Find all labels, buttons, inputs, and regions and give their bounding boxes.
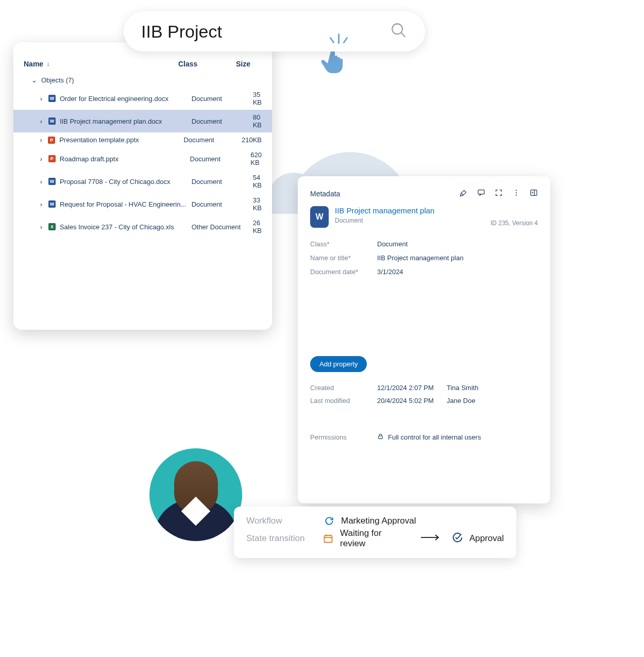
search-bar[interactable]: IIB Project	[124, 11, 425, 52]
lock-icon	[377, 433, 384, 441]
pin-icon[interactable]	[460, 189, 468, 199]
chevron-down-icon: ⌄	[31, 76, 37, 84]
chevron-right-icon: ›	[38, 95, 44, 103]
word-file-icon: W	[48, 178, 56, 185]
file-name: Roadmap draft.pptx	[60, 155, 186, 163]
refresh-icon	[324, 516, 335, 526]
file-size: 620 KB	[250, 151, 262, 166]
file-list-header: Name ↓ Class Size	[13, 54, 272, 73]
doc-id-version: ID 235, Version 4	[490, 220, 538, 228]
chevron-right-icon: ›	[38, 155, 44, 163]
file-class: Document	[190, 155, 247, 163]
file-row[interactable]: ›PRoadmap draft.pptxDocument620 KB	[13, 147, 272, 170]
word-doc-icon: W	[310, 206, 329, 228]
svg-line-1	[401, 32, 405, 37]
file-group-row[interactable]: ⌄ Objects (7)	[13, 73, 272, 87]
file-row[interactable]: ›WProposal 7708 - City of Chicago.docxDo…	[13, 170, 272, 193]
audit-created: Created 12/1/2024 2:07 PM Tina Smith	[310, 381, 538, 394]
file-class: Document	[192, 117, 249, 125]
ppt-file-icon: P	[48, 137, 55, 144]
file-row[interactable]: ›WOrder for Electrical engineering.docxD…	[13, 87, 272, 110]
ppt-file-icon: P	[48, 155, 56, 162]
svg-rect-2	[478, 190, 484, 194]
permissions-row[interactable]: Permissions Full control for all interna…	[310, 433, 538, 441]
search-icon[interactable]	[390, 22, 408, 41]
xls-file-icon: X	[48, 223, 56, 230]
svg-rect-9	[325, 535, 332, 542]
file-size: 35 KB	[253, 91, 262, 106]
metadata-panel: Metadata W IIB Project management plan D…	[298, 176, 550, 503]
metadata-panel-title: Metadata	[310, 190, 340, 198]
svg-rect-8	[379, 436, 383, 439]
calendar-icon	[323, 533, 334, 544]
comment-icon[interactable]	[477, 189, 485, 199]
file-row[interactable]: ›WRequest for Proposal - HVAC Engineerin…	[13, 193, 272, 215]
file-class: Document	[192, 178, 249, 186]
workflow-row: Workflow Marketing Approval	[246, 516, 504, 526]
chevron-right-icon: ›	[38, 178, 44, 186]
file-name: Order for Electrical engineering.docx	[60, 95, 188, 103]
field-date[interactable]: Document date* 3/1/2024	[310, 265, 538, 279]
file-row[interactable]: ›PPresentation template.pptxDocument210K…	[13, 132, 272, 147]
collapse-panel-icon[interactable]	[530, 189, 538, 199]
file-row[interactable]: ›WIIB Project management plan.docxDocume…	[13, 110, 272, 132]
file-name: Presentation template.pptx	[59, 136, 179, 144]
chevron-right-icon: ›	[38, 223, 44, 231]
chevron-right-icon: ›	[38, 117, 44, 125]
word-file-icon: W	[48, 200, 56, 208]
fullscreen-icon[interactable]	[495, 189, 503, 199]
svg-point-4	[516, 192, 517, 193]
avatar	[149, 448, 242, 541]
doc-type-label: Document	[335, 217, 434, 224]
file-row[interactable]: ›XSales Invoice 237 - City of Chicago.xl…	[13, 215, 272, 238]
doc-title[interactable]: IIB Project management plan	[335, 206, 434, 215]
file-class: Document	[192, 200, 249, 208]
click-burst-icon	[323, 19, 354, 44]
arrow-right-icon	[420, 533, 440, 544]
file-name: Request for Proposal - HVAC Engineerin..…	[60, 200, 188, 208]
file-class: Other Document	[192, 223, 249, 231]
field-class[interactable]: Class* Document	[310, 237, 538, 251]
file-size: 210KB	[242, 136, 262, 144]
workflow-card: Workflow Marketing Approval State transi…	[234, 507, 516, 558]
col-class-header[interactable]: Class	[178, 60, 236, 68]
audit-modified: Last modified 20/4/2024 5:02 PM Jane Doe	[310, 394, 538, 407]
check-circle-icon	[452, 532, 463, 546]
file-size: 54 KB	[253, 174, 262, 189]
state-transition-row: State transition Waiting for review Appr…	[246, 528, 504, 549]
svg-point-5	[516, 195, 517, 196]
more-icon[interactable]	[512, 189, 520, 199]
file-size: 33 KB	[253, 196, 262, 212]
file-class: Document	[192, 95, 249, 103]
file-size: 80 KB	[253, 113, 262, 129]
file-name: IIB Project management plan.docx	[60, 117, 188, 125]
add-property-button[interactable]: Add property	[310, 356, 367, 372]
chevron-right-icon: ›	[38, 136, 44, 144]
file-name: Sales Invoice 237 - City of Chicago.xls	[60, 223, 188, 231]
svg-point-3	[516, 190, 517, 191]
field-name[interactable]: Name or title* IIB Project management pl…	[310, 251, 538, 265]
chevron-right-icon: ›	[38, 200, 44, 208]
file-class: Document	[183, 136, 238, 144]
file-name: Proposal 7708 - City of Chicago.docx	[60, 178, 188, 186]
word-file-icon: W	[48, 95, 56, 102]
file-size: 26 KB	[253, 219, 262, 234]
word-file-icon: W	[48, 117, 56, 125]
file-list-panel: Name ↓ Class Size ⌄ Objects (7) ›WOrder …	[13, 42, 272, 330]
svg-point-0	[392, 24, 402, 34]
col-size-header[interactable]: Size	[236, 60, 262, 68]
sort-arrow-icon: ↓	[46, 60, 49, 68]
col-name-header[interactable]: Name ↓	[24, 60, 178, 68]
search-query[interactable]: IIB Project	[141, 22, 323, 42]
